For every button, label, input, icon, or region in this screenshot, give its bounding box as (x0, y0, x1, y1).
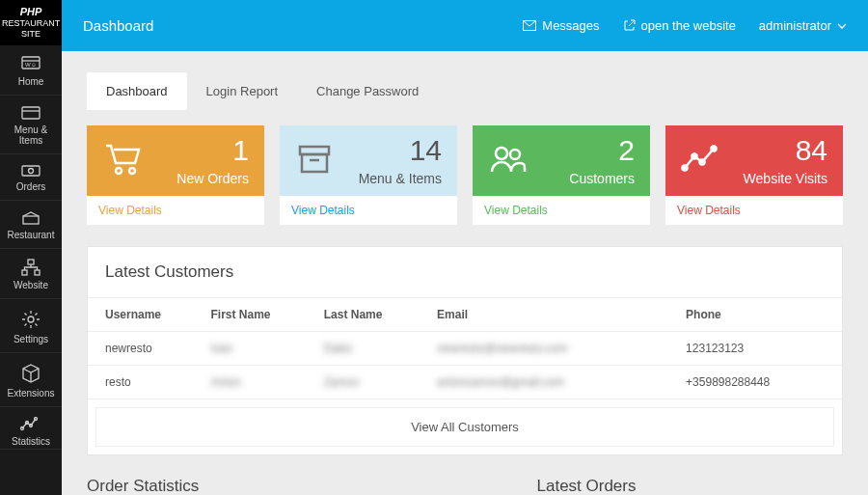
svg-point-16 (129, 168, 135, 174)
view-details-menu[interactable]: View Details (280, 196, 457, 225)
card-num: 1 (145, 136, 249, 165)
nav-label: Restaurant (8, 230, 55, 240)
svg-rect-7 (22, 270, 27, 275)
gear-icon (20, 309, 41, 330)
open-website-label: open the website (641, 18, 736, 33)
nav-menu-items[interactable]: Menu & Items (0, 96, 62, 154)
view-details-orders[interactable]: View Details (87, 196, 264, 225)
svg-rect-3 (22, 166, 40, 176)
latest-customers-title: Latest Customers (88, 247, 842, 297)
brand-line3: SITE (21, 29, 41, 39)
cart-icon (102, 140, 143, 179)
cell-phone: 123123123 (668, 332, 842, 366)
nav-home[interactable]: W☺ Home (0, 45, 62, 96)
cell-lastname: Dakic (307, 332, 420, 366)
tab-login-report[interactable]: Login Report (187, 72, 297, 110)
svg-rect-8 (35, 270, 40, 275)
visits-icon (681, 143, 721, 176)
svg-rect-2 (22, 107, 40, 119)
nav-label: Menu & Items (14, 124, 47, 146)
user-menu[interactable]: administrator (759, 18, 847, 33)
svg-point-4 (29, 168, 34, 173)
view-details-visits[interactable]: View Details (665, 196, 843, 225)
nav-label: Extensions (8, 388, 55, 399)
main-content: Dashboard Login Report Change Password 1… (62, 51, 868, 495)
card-new-orders: 1New Orders (87, 125, 264, 196)
cell-firstname: Anton (193, 366, 306, 399)
col-phone: Phone (668, 298, 842, 332)
home-icon: W☺ (20, 55, 41, 72)
svg-point-15 (116, 168, 122, 174)
tab-change-password[interactable]: Change Password (297, 72, 438, 110)
nav-statistics[interactable]: Statistics (0, 407, 62, 450)
svg-point-19 (496, 148, 507, 159)
cell-email: newresto@newresto.com (420, 332, 668, 366)
card-menu-items: 14Menu & Items (280, 125, 457, 196)
col-lastname: Last Name (307, 298, 420, 332)
col-email: Email (420, 298, 668, 332)
brand-logo: PHP RESTAURANT SITE (0, 0, 62, 45)
tab-dashboard[interactable]: Dashboard (87, 72, 187, 110)
messages-link[interactable]: Messages (523, 18, 599, 33)
table-row: resto Anton Zamov antonzamov@gmail.com +… (88, 366, 842, 399)
cell-lastname: Zamov (307, 366, 420, 399)
external-link-icon (623, 19, 636, 32)
col-username: Username (88, 298, 193, 332)
topbar: Dashboard Messages open the website admi… (62, 0, 868, 51)
cell-username: newresto (88, 332, 193, 366)
card-label: New Orders (145, 171, 249, 186)
card-label: Website Visits (723, 171, 827, 186)
brand-line1: PHP (2, 6, 60, 18)
customers-table: Username First Name Last Name Email Phon… (88, 297, 842, 399)
users-icon (488, 143, 529, 176)
archive-icon (295, 141, 334, 178)
sitemap-icon (20, 259, 41, 276)
open-website-link[interactable]: open the website (623, 18, 736, 33)
col-firstname: First Name (193, 298, 306, 332)
table-row: newresto Ivan Dakic newresto@newresto.co… (88, 332, 842, 366)
svg-point-9 (28, 316, 34, 322)
nav-restaurant[interactable]: Restaurant (0, 201, 62, 249)
latest-orders-section: Latest Orders $9.00, Anton Zamov 2 weeks… (537, 477, 844, 495)
tabs: Dashboard Login Report Change Password (87, 72, 843, 110)
nav-label: Statistics (12, 436, 50, 447)
money-icon (20, 164, 41, 178)
stats-icon (20, 417, 41, 432)
view-details-customers[interactable]: View Details (473, 196, 650, 225)
nav-label: Home (18, 76, 44, 87)
cell-phone: +359898288448 (668, 366, 842, 399)
svg-point-23 (700, 160, 705, 165)
restaurant-icon (20, 210, 41, 226)
latest-customers-panel: Latest Customers Username First Name Las… (87, 246, 843, 455)
nav-label: Orders (16, 181, 46, 192)
cell-firstname: Ivan (193, 332, 306, 366)
card-num: 84 (723, 136, 827, 165)
nav-settings[interactable]: Settings (0, 299, 62, 353)
card-customers: 2Customers (473, 125, 650, 196)
cell-email: antonzamov@gmail.com (420, 366, 668, 399)
card-visits: 84Website Visits (665, 125, 843, 196)
stat-cards: 1New Orders View Details 14Menu & Items … (87, 125, 843, 225)
bottom-row: Order Statistics $ / Day Latest Orders $… (87, 477, 843, 495)
card-num: 2 (530, 136, 635, 165)
card-label: Menu & Items (338, 171, 442, 186)
nav-label: Settings (14, 334, 48, 344)
nav-extensions[interactable]: Extensions (0, 353, 62, 407)
nav-website[interactable]: Website (0, 249, 62, 299)
sidebar: PHP RESTAURANT SITE W☺ Home Menu & Items… (0, 0, 62, 495)
cube-icon (20, 363, 41, 384)
card-label: Customers (530, 171, 635, 186)
chevron-down-icon (837, 23, 847, 29)
order-stats-section: Order Statistics $ / Day (87, 477, 516, 495)
svg-point-24 (712, 147, 717, 151)
cell-username: resto (88, 366, 193, 399)
view-all-customers[interactable]: View All Customers (95, 407, 834, 447)
page-title: Dashboard (83, 17, 153, 34)
card-num: 14 (338, 136, 442, 165)
card-icon (20, 105, 41, 121)
svg-rect-5 (23, 216, 39, 224)
nav-orders[interactable]: Orders (0, 154, 62, 201)
brand-line2: RESTAURANT (2, 18, 60, 28)
svg-rect-18 (302, 154, 327, 172)
user-label: administrator (759, 18, 831, 33)
